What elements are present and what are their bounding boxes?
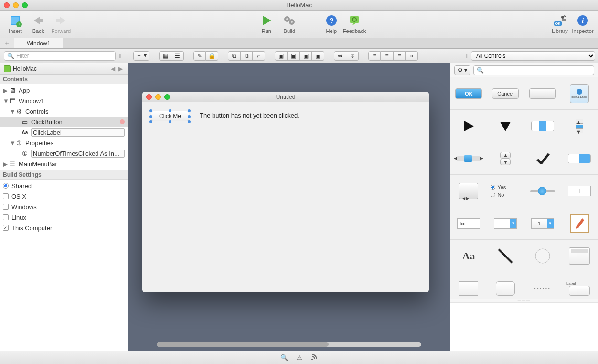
align-more-button[interactable]: » (406, 51, 418, 61)
ctrl-checkbox[interactable] (524, 142, 561, 175)
close-icon[interactable] (4, 2, 10, 8)
align-right-button[interactable]: ≡ (393, 51, 406, 61)
inspector-button[interactable]: i Inspector (571, 14, 594, 34)
ctrl-placard[interactable]: Label (561, 272, 598, 299)
ctrl-disclosure-right[interactable] (450, 110, 487, 142)
design-canvas[interactable]: Untitled Click Me The button has not yet… (128, 63, 450, 351)
selection-handle[interactable] (188, 115, 191, 118)
build-this-computer[interactable]: This Computer (3, 223, 125, 233)
feedback-button[interactable]: Feedback (343, 14, 366, 34)
library-button[interactable]: OK Library (548, 14, 571, 34)
ctrl-oval[interactable] (524, 240, 561, 272)
view-hierarchy-button[interactable]: ☰ (171, 51, 184, 61)
nav-properties[interactable]: ▼①Properties (0, 138, 128, 148)
ctrl-groupbox[interactable] (561, 240, 598, 272)
window-title: HelloMac (28, 1, 570, 9)
selection-handle[interactable] (188, 109, 191, 112)
align-left-button[interactable]: ≡ (368, 51, 381, 61)
group3-button[interactable]: ⌐ (253, 51, 265, 61)
selection-handle[interactable] (188, 120, 191, 123)
ctrl-disclosure-down[interactable] (487, 110, 524, 142)
ctrl-rectangle[interactable] (450, 272, 487, 299)
ctrl-roundrect[interactable] (487, 272, 524, 299)
rss-icon[interactable] (311, 353, 318, 362)
minimize-icon[interactable] (13, 2, 19, 8)
build-windows[interactable]: Windows (3, 202, 125, 212)
ctrl-generic-button[interactable] (524, 77, 561, 110)
ctrl-radiobuttons[interactable]: YesNo (487, 175, 524, 207)
edit-button[interactable]: ✎ (193, 51, 206, 61)
ctrl-label[interactable]: Aa (450, 240, 487, 272)
zoom-icon[interactable] (22, 2, 28, 8)
arrange-backward-button[interactable]: ▣ (299, 51, 312, 61)
selection-handle[interactable] (169, 109, 171, 112)
ctrl-segmented[interactable] (524, 110, 561, 142)
nav-mainmenubar[interactable]: ▶☰MainMenuBar (0, 159, 128, 169)
nav-app[interactable]: ▶🖥App (0, 85, 128, 96)
fill-width-button[interactable]: ⇔ (334, 51, 346, 61)
selection-handle[interactable] (150, 115, 152, 118)
nav-clickbutton[interactable]: ▭ClickButton (0, 117, 128, 127)
forward-button[interactable]: Forward (50, 14, 73, 34)
nav-prop0[interactable]: ①NumberOfTimesClicked As In... (0, 148, 128, 159)
nav-window1[interactable]: ▼🗔Window1 (0, 96, 128, 106)
design-window[interactable]: Untitled Click Me The button has not yet… (142, 92, 429, 292)
ctrl-line[interactable] (487, 240, 524, 272)
ctrl-listbox[interactable]: ◀ ▶ (450, 175, 487, 207)
ctrl-combobox[interactable]: I▼ (487, 207, 524, 240)
run-button[interactable]: Run (255, 14, 278, 34)
selection-handle[interactable] (150, 120, 152, 123)
library-search-input[interactable]: 🔍 (473, 65, 594, 75)
triangle-down-icon (499, 120, 512, 132)
arrange-back-button[interactable]: ▣ (312, 51, 324, 61)
ctrl-popupmenu[interactable]: 1▼ (524, 207, 561, 240)
design-clickme-button[interactable]: Click Me (151, 111, 189, 121)
build-button[interactable]: Build (278, 14, 301, 34)
ctrl-password[interactable]: I•• (450, 207, 487, 240)
build-linux[interactable]: Linux (3, 212, 125, 223)
search-icon[interactable]: 🔍 (280, 354, 288, 361)
library-resize-grip[interactable]: ═══ (450, 299, 598, 303)
ctrl-separator[interactable]: •••••• (524, 272, 561, 299)
selection-handle[interactable] (169, 120, 171, 123)
lock-button[interactable]: 🔒 (206, 51, 218, 61)
line-icon (496, 246, 515, 266)
ctrl-updown[interactable]: ▲▼ (487, 142, 524, 175)
add-control-button[interactable]: ＋ ▾ (133, 51, 150, 61)
ctrl-colorpicker[interactable] (561, 207, 598, 240)
add-tab-button[interactable]: + (0, 38, 14, 48)
navigator-header[interactable]: HelloMac ◀ ▶ (0, 63, 128, 75)
ctrl-bevel-button[interactable]: Icon & Label (561, 77, 598, 110)
ctrl-cancel-button[interactable]: Cancel (487, 77, 524, 110)
canvas-horizontal-scrollbar[interactable] (157, 342, 421, 347)
selection-handle[interactable] (150, 109, 152, 112)
ctrl-default-button[interactable]: OK (450, 77, 487, 110)
help-button[interactable]: ? Help (320, 14, 343, 34)
group2-button[interactable]: ⧉ (240, 51, 253, 61)
arrange-forward-button[interactable]: ▣ (287, 51, 299, 61)
ctrl-slider[interactable] (524, 175, 561, 207)
ctrl-scrollbar[interactable]: ▲▼ (561, 110, 598, 142)
scrollbar-thumb[interactable] (157, 342, 329, 347)
align-center-button[interactable]: ≡ (381, 51, 393, 61)
warning-icon[interactable]: ⚠ (297, 354, 302, 361)
fill-height-button[interactable]: ⇕ (346, 51, 359, 61)
library-gear-button[interactable]: ⚙ ▾ (454, 65, 470, 75)
view-layout-button[interactable]: ▦ (159, 51, 171, 61)
build-shared[interactable]: Shared (3, 181, 125, 191)
nav-controls[interactable]: ▼⚙Controls (0, 106, 128, 117)
ctrl-switch[interactable] (561, 142, 598, 175)
group1-button[interactable]: ⧉ (228, 51, 240, 61)
nav-clicklabel[interactable]: AaClickLabel (0, 127, 128, 138)
nav-arrows-icon[interactable]: ◀ ▶ (111, 65, 124, 72)
build-osx[interactable]: OS X (3, 191, 125, 202)
ctrl-slider-h[interactable]: ◀▶ (450, 142, 487, 175)
arrange-front-button[interactable]: ▣ (275, 51, 287, 61)
back-button[interactable]: Back (27, 14, 50, 34)
design-click-label[interactable]: The button has not yet been clicked. (200, 112, 299, 119)
ctrl-textfield[interactable]: I (561, 175, 598, 207)
tab-window1[interactable]: Window1 (14, 38, 63, 48)
insert-button[interactable]: + Insert (4, 14, 27, 34)
filter-input[interactable]: 🔍Filter (4, 51, 116, 61)
library-category-select[interactable]: All Controls (471, 51, 595, 61)
